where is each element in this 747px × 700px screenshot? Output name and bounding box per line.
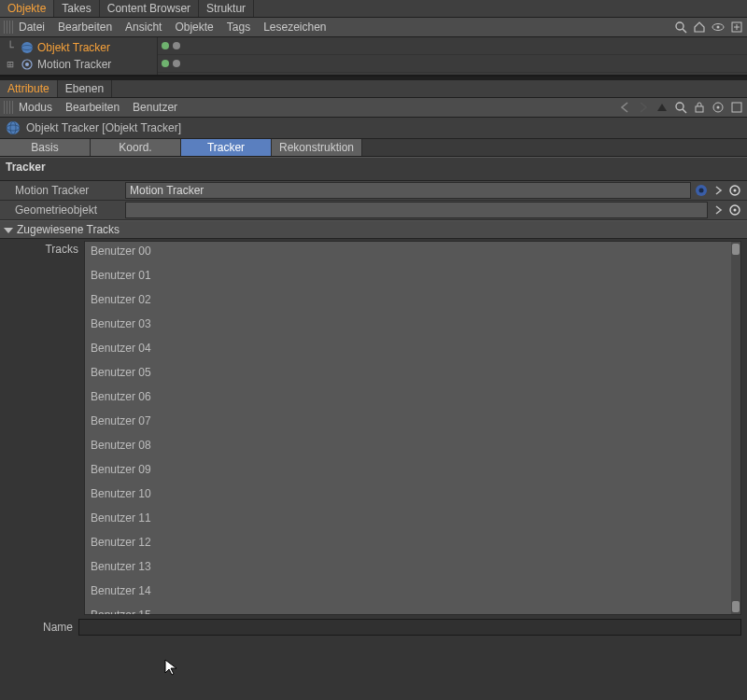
search-icon[interactable] [674, 21, 687, 34]
param-label: Geometrieobjekt [15, 203, 125, 217]
tracks-list[interactable]: Benutzer 00Benutzer 01Benutzer 02Benutze… [84, 241, 741, 615]
menu-lesezeichen[interactable]: Lesezeichen [263, 21, 326, 34]
svg-point-25 [734, 209, 737, 212]
menu-ansicht[interactable]: Ansicht [125, 21, 162, 34]
menu-tags[interactable]: Tags [227, 21, 250, 34]
object-tree: └Objekt Tracker⊞Motion Tracker [0, 37, 747, 77]
name-label: Name [6, 621, 73, 634]
param-motion-tracker: Motion Tracker Motion Tracker [0, 181, 747, 201]
geometrie-field[interactable] [125, 202, 708, 218]
subtab-rekonstruktion[interactable]: Rekonstruktion [272, 139, 362, 156]
sphere-icon [6, 120, 21, 135]
vis-dot-icon[interactable] [162, 42, 169, 49]
render-dot-icon[interactable] [173, 60, 180, 67]
motion-tracker-field[interactable]: Motion Tracker [125, 182, 691, 199]
subtab-tracker[interactable]: Tracker [181, 139, 272, 156]
target-icon[interactable] [712, 101, 725, 114]
expand-icon[interactable] [730, 21, 743, 34]
motion-icon [21, 58, 34, 71]
attribute-manager-menubar: ModusBearbeitenBenutzer [0, 98, 747, 118]
tree-item[interactable]: ⊞Motion Tracker [0, 56, 157, 73]
list-item[interactable]: Benutzer 09 [85, 460, 740, 484]
tree-item-label: Objekt Tracker [37, 41, 110, 54]
tree-item-label: Motion Tracker [37, 58, 111, 71]
svg-point-15 [717, 106, 720, 109]
render-dot-icon[interactable] [173, 42, 180, 49]
eye-icon[interactable] [712, 21, 725, 34]
subtab-koord[interactable]: Koord. [91, 139, 181, 156]
tracks-label: Tracks [0, 239, 84, 617]
link-target-icon[interactable] [695, 184, 708, 197]
lock-icon[interactable] [693, 101, 706, 114]
assigned-tracks-header[interactable]: Zugewiesene Tracks [0, 220, 747, 239]
scrollbar[interactable] [731, 242, 740, 614]
object-row-flags[interactable] [158, 37, 747, 55]
list-item[interactable]: Benutzer 05 [85, 363, 740, 387]
tab-struktur[interactable]: Struktur [199, 0, 254, 17]
list-item[interactable]: Benutzer 14 [85, 581, 740, 606]
list-item[interactable]: Benutzer 15 [85, 606, 740, 615]
menu-benutzer[interactable]: Benutzer [133, 101, 177, 114]
list-item[interactable]: Benutzer 11 [85, 509, 740, 533]
disclosure-triangle-icon [4, 228, 13, 233]
svg-point-0 [676, 22, 684, 30]
nav-up-icon[interactable] [655, 101, 669, 114]
grip-icon[interactable] [4, 101, 13, 114]
tree-item[interactable]: └Objekt Tracker [0, 39, 157, 56]
pick-target-icon[interactable] [728, 203, 741, 217]
list-item[interactable]: Benutzer 03 [85, 315, 740, 339]
svg-point-3 [717, 26, 720, 29]
vis-dot-icon[interactable] [162, 60, 169, 67]
svg-point-17 [7, 121, 20, 134]
list-item[interactable]: Benutzer 00 [85, 242, 740, 266]
pick-target-icon[interactable] [728, 184, 741, 197]
list-item[interactable]: Benutzer 08 [85, 436, 740, 460]
tab-objekte[interactable]: Objekte [0, 0, 54, 17]
home-icon[interactable] [693, 21, 706, 34]
chevron-right-icon[interactable] [712, 184, 725, 197]
menu-datei[interactable]: Datei [19, 21, 45, 34]
menu-bearbeiten[interactable]: Bearbeiten [58, 21, 112, 34]
svg-rect-16 [732, 103, 741, 112]
tab-ebenen[interactable]: Ebenen [58, 80, 112, 97]
object-row-flags[interactable] [158, 55, 747, 73]
list-item[interactable]: Benutzer 12 [85, 533, 740, 557]
list-item[interactable]: Benutzer 07 [85, 412, 740, 436]
subtab-basis[interactable]: Basis [0, 139, 91, 156]
nav-back-icon[interactable] [618, 101, 631, 114]
sphere-icon [21, 41, 34, 54]
tab-takes[interactable]: Takes [54, 0, 99, 17]
list-item[interactable]: Benutzer 13 [85, 557, 740, 581]
list-item[interactable]: Benutzer 01 [85, 266, 740, 290]
nav-fwd-icon[interactable] [637, 101, 650, 114]
tracks-row: Tracks Benutzer 00Benutzer 01Benutzer 02… [0, 239, 747, 617]
attribute-title: Objekt Tracker [Objekt Tracker] [0, 118, 747, 139]
expand-icon[interactable] [730, 101, 743, 114]
svg-point-23 [734, 189, 737, 192]
param-label: Motion Tracker [15, 184, 125, 197]
svg-line-1 [683, 29, 686, 33]
svg-point-10 [25, 63, 29, 66]
expand-icon[interactable]: └ [4, 41, 17, 54]
list-item[interactable]: Benutzer 10 [85, 484, 740, 509]
svg-line-12 [683, 109, 686, 113]
tab-content-browser[interactable]: Content Browser [100, 0, 199, 17]
tab-attribute[interactable]: Attribute [0, 80, 58, 97]
param-geometrie: Geometrieobjekt [0, 201, 747, 220]
grip-icon[interactable] [4, 21, 13, 34]
menu-modus[interactable]: Modus [19, 101, 52, 114]
expand-icon[interactable]: ⊞ [4, 58, 17, 71]
name-row: Name [0, 617, 747, 637]
list-item[interactable]: Benutzer 04 [85, 339, 740, 363]
list-item[interactable]: Benutzer 02 [85, 290, 740, 315]
attribute-subtabs: BasisKoord.TrackerRekonstruktion [0, 139, 747, 157]
object-manager-menubar: DateiBearbeitenAnsichtObjekteTagsLesezei… [0, 18, 747, 37]
attribute-title-text: Objekt Tracker [Objekt Tracker] [26, 121, 181, 134]
attribute-manager-tabs: AttributeEbenen [0, 80, 747, 98]
chevron-right-icon[interactable] [712, 203, 725, 217]
search-icon[interactable] [674, 101, 687, 114]
name-input[interactable] [78, 619, 741, 636]
menu-objekte[interactable]: Objekte [175, 21, 213, 34]
list-item[interactable]: Benutzer 06 [85, 387, 740, 412]
menu-bearbeiten[interactable]: Bearbeiten [65, 101, 120, 114]
